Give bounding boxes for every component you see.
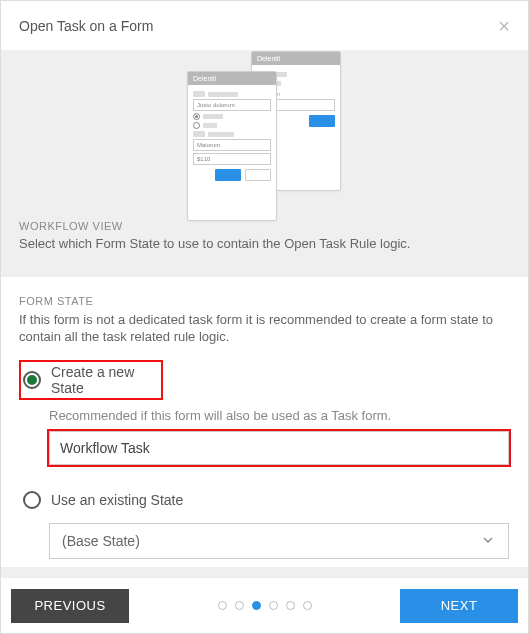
workflow-view-label: WORKFLOW VIEW — [1, 220, 528, 232]
next-button[interactable]: NEXT — [400, 589, 518, 623]
close-icon[interactable]: × — [498, 16, 510, 36]
dialog-footer: PREVIOUS NEXT — [1, 577, 528, 633]
step-dot-5[interactable] — [286, 601, 295, 610]
option-create-subdesc: Recommended if this form will also be us… — [49, 408, 510, 423]
mock-form-front: Deleniti Justo dolorum Maiorum $110 — [187, 71, 277, 221]
radio-existing-icon — [23, 491, 41, 509]
option-use-existing-state[interactable]: Use an existing State — [19, 487, 510, 513]
dialog-header: Open Task on a Form × — [1, 1, 528, 51]
existing-state-select[interactable]: (Base State) — [49, 523, 509, 559]
option-create-new-state[interactable]: Create a new State — [19, 360, 163, 400]
existing-state-selected: (Base State) — [62, 533, 140, 549]
new-state-name-input[interactable] — [49, 431, 509, 465]
step-dot-3[interactable] — [252, 601, 261, 610]
form-state-label: FORM STATE — [19, 295, 510, 307]
illustration: Deleniti Maiorum $110 Deleniti Justo dol… — [1, 51, 528, 210]
option-create-label: Create a new State — [51, 364, 159, 396]
step-dot-4[interactable] — [269, 601, 278, 610]
radio-create-icon — [23, 371, 41, 389]
step-indicator — [218, 601, 312, 610]
form-state-desc: If this form is not a dedicated task for… — [19, 311, 510, 346]
wizard-dialog: Open Task on a Form × Deleniti Maiorum $… — [0, 0, 529, 634]
form-state-panel: FORM STATE If this form is not a dedicat… — [1, 277, 528, 567]
chevron-down-icon — [480, 532, 496, 551]
workflow-view-desc: Select which Form State to use to contai… — [1, 232, 528, 251]
step-dot-1[interactable] — [218, 601, 227, 610]
dialog-title: Open Task on a Form — [19, 18, 153, 34]
step-dot-2[interactable] — [235, 601, 244, 610]
option-existing-label: Use an existing State — [51, 492, 183, 508]
step-dot-6[interactable] — [303, 601, 312, 610]
previous-button[interactable]: PREVIOUS — [11, 589, 129, 623]
dialog-body: Deleniti Maiorum $110 Deleniti Justo dol… — [1, 51, 528, 577]
